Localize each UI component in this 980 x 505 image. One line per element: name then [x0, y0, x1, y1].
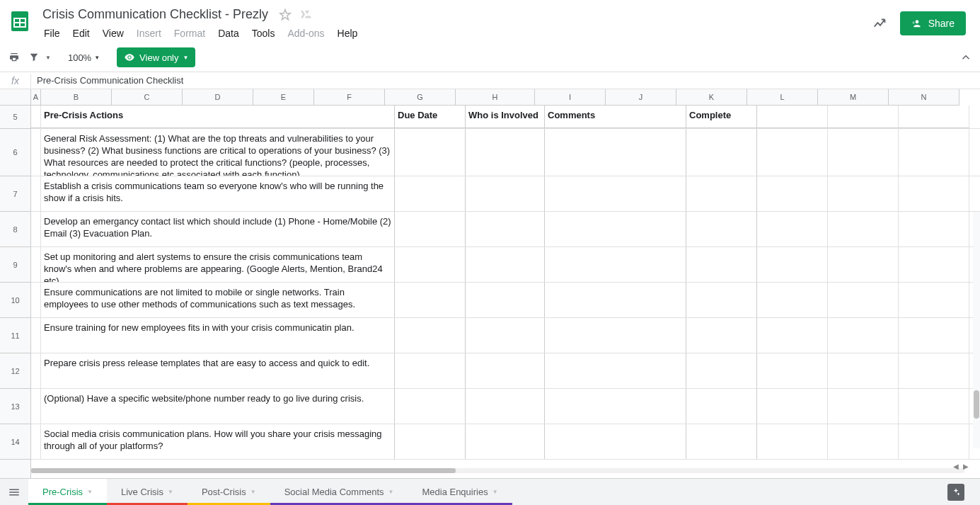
star-icon[interactable]	[278, 8, 292, 22]
scroll-left-icon[interactable]: ◀	[953, 463, 962, 471]
table-cell[interactable]	[395, 389, 466, 424]
table-cell[interactable]	[545, 353, 686, 388]
header-comments[interactable]: Comments	[545, 106, 686, 128]
grid[interactable]: Pre-Crisis ActionsDue DateWho is Involve…	[31, 106, 980, 485]
view-only-button[interactable]: View only ▼	[117, 47, 195, 67]
drive-icon[interactable]	[298, 8, 312, 22]
column-header[interactable]: A	[31, 89, 41, 105]
horizontal-scrollbar[interactable]	[31, 468, 964, 473]
header-due[interactable]: Due Date	[395, 106, 466, 128]
table-cell[interactable]	[395, 353, 466, 388]
sheet-tab[interactable]: Social Media Comments▼	[270, 479, 408, 505]
action-cell[interactable]: Social media crisis communication plans.…	[41, 424, 395, 459]
share-button[interactable]: Share	[900, 11, 966, 35]
table-cell[interactable]	[466, 318, 545, 353]
menu-file[interactable]: File	[38, 25, 66, 42]
scroll-right-icon[interactable]: ▶	[963, 463, 972, 471]
caret-down-icon[interactable]: ▼	[388, 489, 394, 495]
table-cell[interactable]	[395, 318, 466, 353]
column-header[interactable]: B	[41, 89, 112, 105]
print-icon[interactable]	[6, 49, 23, 66]
table-cell[interactable]	[686, 283, 757, 317]
table-cell[interactable]	[545, 247, 686, 282]
table-cell[interactable]	[466, 247, 545, 282]
row-header[interactable]: 8	[0, 212, 30, 247]
row-header[interactable]: 6	[0, 129, 30, 176]
column-header[interactable]: M	[818, 89, 889, 105]
all-sheets-icon[interactable]	[0, 479, 28, 505]
column-header[interactable]: D	[183, 89, 253, 105]
table-cell[interactable]	[545, 424, 686, 459]
filter-caret-icon[interactable]: ▼	[45, 55, 51, 61]
column-header[interactable]: G	[385, 89, 456, 105]
sheets-logo[interactable]	[6, 7, 34, 35]
sheet-tab[interactable]: Live Crisis▼	[107, 479, 188, 505]
select-all-corner[interactable]	[0, 89, 31, 106]
action-cell[interactable]: Prepare crisis press release templates t…	[41, 353, 395, 388]
row-header[interactable]: 12	[0, 353, 30, 389]
table-cell[interactable]	[466, 176, 545, 211]
chevron-up-icon[interactable]	[957, 49, 974, 66]
table-cell[interactable]	[545, 212, 686, 246]
row-header[interactable]: 7	[0, 176, 30, 212]
column-header[interactable]: F	[314, 89, 385, 105]
column-header[interactable]: N	[889, 89, 959, 105]
table-cell[interactable]	[466, 353, 545, 388]
sheet-tab[interactable]: Post-Crisis▼	[188, 479, 270, 505]
doc-title[interactable]: Crisis Communication Checklist - Prezly	[38, 6, 272, 23]
column-header[interactable]: L	[747, 89, 818, 105]
header-action[interactable]: Pre-Crisis Actions	[41, 106, 395, 128]
table-cell[interactable]	[466, 389, 545, 424]
header-who[interactable]: Who is Involved	[466, 106, 545, 128]
column-header[interactable]: E	[253, 89, 314, 105]
filter-icon[interactable]	[25, 49, 42, 66]
action-cell[interactable]: Develop an emergancy contact list which …	[41, 212, 395, 246]
explore-button[interactable]	[947, 484, 964, 501]
row-header[interactable]: 5	[0, 106, 30, 129]
table-cell[interactable]	[686, 424, 757, 459]
table-cell[interactable]	[466, 212, 545, 246]
activity-icon[interactable]	[872, 15, 889, 32]
action-cell[interactable]: Ensure training for new employees fits i…	[41, 318, 395, 353]
column-header[interactable]: H	[456, 89, 535, 105]
action-cell[interactable]: Establish a crisis communications team s…	[41, 176, 395, 211]
table-cell[interactable]	[466, 129, 545, 176]
table-cell[interactable]	[545, 283, 686, 317]
vertical-scrollbar[interactable]	[973, 212, 980, 448]
column-header[interactable]: I	[535, 89, 606, 105]
table-cell[interactable]	[466, 424, 545, 459]
column-header[interactable]: K	[676, 89, 747, 105]
table-cell[interactable]	[466, 283, 545, 317]
header-complete[interactable]: Complete	[686, 106, 757, 128]
table-cell[interactable]	[686, 129, 757, 176]
menu-view[interactable]: View	[97, 25, 129, 42]
table-cell[interactable]	[545, 176, 686, 211]
row-header[interactable]: 10	[0, 283, 30, 318]
menu-edit[interactable]: Edit	[67, 25, 96, 42]
sheet-tab[interactable]: Pre-Crisis▼	[28, 479, 107, 505]
column-header[interactable]: J	[606, 89, 676, 105]
row-header[interactable]: 14	[0, 424, 30, 460]
table-cell[interactable]	[395, 283, 466, 317]
caret-down-icon[interactable]: ▼	[250, 489, 256, 495]
table-cell[interactable]	[545, 318, 686, 353]
table-cell[interactable]	[395, 424, 466, 459]
action-cell[interactable]: Ensure communications are not limited to…	[41, 283, 395, 317]
caret-down-icon[interactable]: ▼	[87, 489, 93, 495]
menu-help[interactable]: Help	[332, 25, 364, 42]
menu-data[interactable]: Data	[212, 25, 245, 42]
sheet-tab[interactable]: Media Enquiries▼	[408, 479, 512, 505]
zoom-selector[interactable]: 100% ▼	[62, 50, 105, 66]
table-cell[interactable]	[395, 129, 466, 176]
action-cell[interactable]: Set up monitoring and alert systems to e…	[41, 247, 395, 282]
table-cell[interactable]	[545, 389, 686, 424]
action-cell[interactable]: (Optional) Have a specific website/phone…	[41, 389, 395, 424]
table-cell[interactable]	[686, 353, 757, 388]
table-cell[interactable]	[686, 176, 757, 211]
table-cell[interactable]	[395, 247, 466, 282]
table-cell[interactable]	[545, 129, 686, 176]
table-cell[interactable]	[395, 212, 466, 246]
menu-tools[interactable]: Tools	[246, 25, 281, 42]
caret-down-icon[interactable]: ▼	[492, 489, 498, 495]
row-header[interactable]: 9	[0, 247, 30, 283]
